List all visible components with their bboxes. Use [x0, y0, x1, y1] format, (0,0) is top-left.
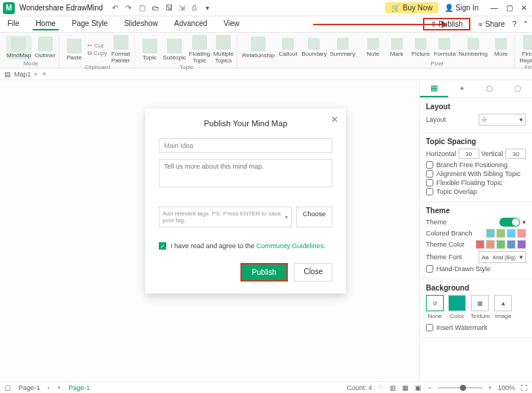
close-tab-icon[interactable]: × — [34, 71, 38, 78]
print-icon[interactable]: ⎙ — [192, 4, 201, 13]
tags-placeholder: Add relevant tags. PS: Press ENTER to sa… — [162, 210, 285, 224]
menu-home[interactable]: Home — [33, 18, 59, 30]
menu-view[interactable]: View — [220, 18, 243, 30]
add-page-icon[interactable]: + — [57, 384, 61, 392]
panel-tab-layout[interactable]: ▦ — [420, 80, 448, 97]
topic-button[interactable]: Topic — [139, 39, 160, 61]
bg-none[interactable]: ⊘None — [426, 295, 444, 319]
flexible-floating-checkbox[interactable]: Flexible Floating Topic — [426, 179, 526, 186]
choose-button[interactable]: Choose — [296, 207, 332, 227]
zoom-value[interactable]: 100% — [498, 384, 515, 392]
multiple-topics-icon — [216, 35, 231, 50]
summary-button[interactable]: Summary — [330, 38, 355, 57]
subtopic-button[interactable]: Subtopic — [163, 39, 186, 61]
share-button[interactable]: ∝ Share — [478, 20, 505, 28]
boundary-button[interactable]: Boundary — [301, 38, 326, 57]
numbering-button[interactable]: Numbering — [459, 38, 487, 57]
doc-tab-map1[interactable]: ▤ Map1 × — [4, 71, 38, 78]
mindmap-button[interactable]: MindMap — [6, 36, 32, 59]
floating-topic-button[interactable]: Floating Topic — [189, 35, 210, 64]
menu-advanced[interactable]: Advanced — [171, 18, 210, 30]
prev-page-icon[interactable]: ‹ — [47, 384, 50, 392]
agree-checkbox[interactable]: ✓ — [159, 242, 166, 250]
tags-input[interactable]: Add relevant tags. PS: Press ENTER to sa… — [159, 207, 292, 227]
add-tab-button[interactable]: + — [42, 70, 47, 78]
chevron-down-icon[interactable]: ▾ — [522, 218, 526, 226]
copy-button[interactable]: ⧉Copy — [88, 50, 108, 57]
publish-button[interactable]: Publish — [240, 263, 289, 282]
undo-icon[interactable]: ↶ — [112, 4, 121, 13]
maximize-button[interactable]: ▢ — [504, 4, 514, 12]
love-icon[interactable]: ♡ — [378, 384, 384, 392]
zoom-out-icon[interactable]: − — [427, 384, 431, 392]
bg-texture[interactable]: ▦Texture — [470, 295, 490, 319]
status-page[interactable]: Page-1 — [19, 384, 40, 392]
minimize-button[interactable]: — — [489, 4, 499, 12]
note-button[interactable]: Note — [363, 38, 384, 57]
theme-toggle[interactable] — [499, 218, 520, 227]
more-icon[interactable]: ▾ — [206, 4, 214, 13]
menu-file[interactable]: File — [4, 18, 22, 30]
outliner-button[interactable]: Outliner — [35, 36, 56, 59]
cut-button[interactable]: ✂Cut — [88, 42, 108, 49]
view-icon-3[interactable]: ▣ — [415, 384, 421, 392]
open-icon[interactable]: 🗁 — [152, 4, 161, 13]
view-icon-1[interactable]: ▥ — [390, 384, 396, 392]
branch-swatches[interactable] — [486, 229, 526, 238]
main-idea-input[interactable] — [159, 138, 332, 153]
save-icon[interactable]: 🖫 — [165, 4, 174, 13]
more-button[interactable]: More — [490, 38, 511, 57]
fullscreen-icon[interactable]: ⛶ — [521, 384, 528, 392]
redo-icon[interactable]: ↷ — [125, 4, 134, 13]
publish-button-top[interactable]: ⇧ Publish — [423, 18, 470, 30]
new-icon[interactable]: ▢ — [139, 4, 148, 13]
callout-button[interactable]: Callout — [278, 38, 298, 57]
bg-color[interactable]: Color — [448, 295, 466, 319]
sign-in-button[interactable]: 👤 Sign In — [444, 4, 479, 12]
menu-slideshow[interactable]: Slideshow — [121, 18, 161, 30]
paste-button[interactable]: Paste — [64, 39, 85, 61]
horizontal-spinner[interactable]: 30 — [459, 149, 479, 159]
close-window-button[interactable]: ✕ — [519, 4, 529, 12]
bg-image[interactable]: ▲Image — [494, 295, 512, 319]
find-replace-button[interactable]: Find & Replace — [519, 35, 532, 64]
community-guidelines-link[interactable]: Community Guidelines — [257, 242, 324, 250]
description-input[interactable] — [159, 159, 332, 187]
panel-tab-icons[interactable]: ⬡ — [476, 80, 505, 97]
outline-view-icon[interactable]: ▢ — [4, 384, 11, 392]
multiple-topics-button[interactable]: Multiple Topics — [213, 35, 234, 64]
help-icon[interactable]: ? — [512, 20, 516, 28]
align-sibling-checkbox[interactable]: Alignment With Sibling Topic — [426, 170, 526, 178]
relationship-button[interactable]: Relationship — [242, 36, 275, 59]
colored-branch-label: Colored Branch — [426, 230, 473, 237]
dialog-close-icon[interactable]: ✕ — [331, 114, 338, 125]
view-icon-2[interactable]: ▦ — [402, 384, 409, 392]
vertical-spinner[interactable]: 30 — [505, 149, 526, 159]
formula-button[interactable]: Formula — [434, 38, 456, 57]
format-painter-button[interactable]: Format Painter — [111, 35, 131, 64]
topic-icon — [142, 39, 157, 53]
relationship-icon — [251, 36, 266, 51]
export-icon[interactable]: ⇲ — [179, 4, 188, 13]
theme-color-swatches[interactable] — [476, 240, 526, 249]
zoom-in-icon[interactable]: + — [488, 384, 492, 392]
branch-free-checkbox[interactable]: Branch Free Positioning — [426, 161, 526, 169]
layout-select[interactable]: ⊹▾ — [479, 114, 526, 126]
numbering-icon — [467, 38, 479, 50]
cut-icon: ✂ — [88, 42, 93, 49]
picture-button[interactable]: Picture — [410, 38, 431, 57]
sign-in-label: Sign In — [456, 4, 479, 12]
zoom-slider[interactable] — [438, 387, 482, 389]
collapse-ribbon-icon[interactable]: ˄ — [524, 20, 528, 28]
buy-now-button[interactable]: 🛒 Buy Now — [385, 2, 439, 13]
mark-button[interactable]: Mark — [387, 38, 407, 57]
watermark-checkbox[interactable]: Insert Watermark — [426, 324, 526, 331]
close-button[interactable]: Close — [294, 263, 332, 282]
theme-font-select[interactable]: AaArial (Big)▾ — [479, 251, 526, 263]
menu-page-style[interactable]: Page Style — [69, 18, 111, 30]
panel-tab-style[interactable]: ✦ — [448, 80, 476, 97]
hand-drawn-checkbox[interactable]: Hand-Drawn Style — [426, 265, 526, 273]
topic-overlap-checkbox[interactable]: Topic Overlap — [426, 188, 526, 195]
status-page-selected[interactable]: Page-1 — [68, 384, 90, 392]
panel-tab-cliparts[interactable]: ⬠ — [504, 80, 532, 97]
